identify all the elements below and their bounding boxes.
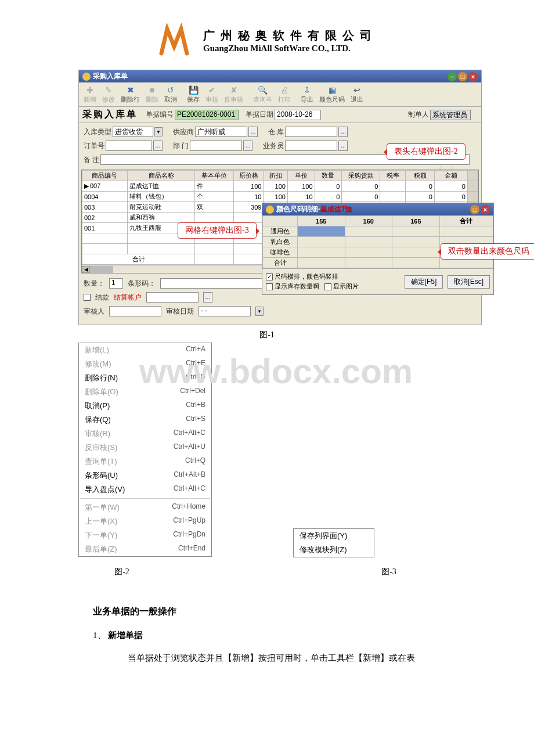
table-row[interactable]: 0004辅料（钱包）个10100100000 — [82, 192, 478, 202]
ctx-item[interactable]: 查询单(T)Ctrl+Q — [79, 455, 211, 469]
tb-export[interactable]: ⇩导出 — [298, 84, 316, 105]
tb-cancel[interactable]: ↺取消 — [162, 84, 179, 105]
supplier-lookup-button[interactable]: … — [248, 127, 258, 137]
col-tax[interactable]: 税额 — [406, 171, 434, 181]
doc-item1-para: 当单据处于浏览状态并且【新增】按扭可用时，单击工具栏【新增】或在表 — [128, 650, 464, 667]
chevron-down-icon[interactable]: ▼ — [154, 127, 163, 136]
search-icon: 🔍 — [258, 85, 268, 95]
tb-delrow[interactable]: ✖删除行 — [118, 84, 142, 105]
ctx-item[interactable]: 保存(Q)Ctrl+S — [79, 413, 211, 427]
tb-exit[interactable]: ↩退出 — [348, 84, 366, 105]
settle-acc-lookup-button[interactable]: … — [203, 292, 212, 303]
popup-close-button[interactable]: × — [481, 205, 490, 214]
tb-del[interactable]: ■删除 — [143, 84, 161, 105]
col-taxr[interactable]: 税率 — [380, 171, 406, 181]
settle-acc-field[interactable] — [146, 292, 199, 303]
ctx-item[interactable]: 条形码(U)Ctrl+Alt+B — [79, 469, 211, 483]
chk-size-horiz[interactable] — [266, 273, 273, 280]
table-row[interactable]: ▶007星成达T恤件1001001000000 — [82, 181, 478, 192]
popup-max-button[interactable]: □ — [470, 205, 479, 214]
ctx-item[interactable]: 删除单(O)Ctrl+Del — [79, 385, 211, 399]
audit-icon: ✔ — [207, 85, 217, 95]
sales-field[interactable] — [285, 141, 337, 151]
col-disc[interactable]: 折扣 — [264, 171, 287, 181]
colorsize-grid[interactable]: 155 160 165 合计 通用色 乳白色 咖啡色 合计 — [262, 215, 493, 268]
chevron-down-icon[interactable]: ▼ — [255, 307, 264, 316]
auditor-field — [109, 306, 161, 316]
ctx-item[interactable]: 第一单(W)Ctrl+Home — [79, 501, 211, 514]
order-field[interactable] — [106, 141, 152, 151]
billno-label: 单据编号 — [146, 110, 174, 120]
chk-show-stock[interactable] — [266, 283, 273, 290]
supplier-field[interactable]: 广州听威 — [195, 127, 247, 137]
tb-save[interactable]: 💾保存 — [185, 84, 202, 105]
company-name-en: GuangZhou MiAll SoftWare CO., LTD. — [203, 44, 377, 53]
size-col-0: 155 — [298, 216, 345, 226]
ctx-item[interactable]: 下一单(Y)Ctrl+PgDn — [79, 528, 211, 542]
col-orig[interactable]: 原价格 — [233, 171, 264, 181]
save-icon: 💾 — [188, 85, 199, 95]
col-name[interactable]: 商品名称 — [127, 171, 195, 181]
tb-audit[interactable]: ✔审核 — [203, 84, 221, 105]
chk-show-image[interactable] — [324, 283, 331, 290]
edit-icon: ✎ — [103, 85, 114, 95]
warehouse-lookup-button[interactable]: … — [338, 127, 348, 137]
billno-field: PE20081026-0001 — [175, 110, 239, 120]
figure-2-caption: 图-2 — [78, 567, 165, 577]
auditdate-field[interactable]: - - — [199, 306, 251, 316]
tb-colorsize[interactable]: ▦颜色尺码 — [317, 84, 347, 105]
size-col-2: 165 — [392, 216, 440, 226]
callout-dblclick-qty: 双击数量出来颜色尺码 — [441, 243, 534, 260]
qty-field[interactable]: 1 — [109, 278, 123, 289]
ctx-item[interactable]: 导入盘点(V)Ctrl+Alt+C — [79, 483, 211, 496]
popup-cancel-button[interactable]: 取消[Esc] — [448, 275, 490, 289]
ctx-item[interactable]: 上一单(X)Ctrl+PgUp — [79, 514, 211, 528]
ctx-item[interactable]: 反审核(S)Ctrl+Alt+U — [79, 441, 211, 455]
col-code[interactable]: 商品编号 — [82, 171, 128, 181]
ctx-item[interactable]: 删除行(N)Ctrl+D — [79, 371, 211, 385]
ctx-item[interactable]: 新增(L)Ctrl+A — [79, 343, 211, 357]
barcode-label: 条形码： — [128, 279, 156, 289]
col-amt[interactable]: 采购货款 — [342, 171, 380, 181]
tb-new[interactable]: ✚新增 — [81, 84, 99, 105]
delrow-icon: ✖ — [125, 85, 136, 95]
popup-ok-button[interactable]: 确定[F5] — [405, 275, 443, 289]
new-icon: ✚ — [85, 85, 95, 95]
form-title: 采购入库单 — [82, 109, 138, 121]
ctx-item[interactable]: 修改(M)Ctrl+E — [79, 357, 211, 371]
tb-print[interactable]: 🖨打印 — [276, 84, 293, 105]
close-button[interactable]: × — [468, 72, 478, 81]
scroll-left-icon[interactable]: ◀ — [82, 266, 90, 273]
ctx-item[interactable]: 保存列界面(Y) — [294, 529, 374, 543]
sales-lookup-button[interactable]: … — [338, 141, 348, 151]
scroll-thumb[interactable] — [90, 266, 113, 273]
billdate-field[interactable]: 2008-10-26 — [275, 110, 321, 120]
minimize-button[interactable]: – — [448, 72, 457, 81]
ctx-item[interactable]: 审核(R)Ctrl+Alt+C — [79, 427, 211, 441]
warehouse-field[interactable] — [285, 127, 337, 137]
maximize-button[interactable]: □ — [458, 72, 467, 81]
ctx-item[interactable]: 最后单(Z)Ctrl+End — [79, 542, 211, 556]
col-scroll — [467, 171, 478, 181]
col-qty[interactable]: 数量 — [315, 171, 342, 181]
dept-field[interactable] — [190, 141, 242, 151]
intype-select[interactable]: 进货收货 — [113, 127, 153, 137]
ctx-item[interactable]: 修改模块列(Z) — [294, 543, 374, 557]
col-unit[interactable]: 基本单位 — [195, 171, 233, 181]
ctx-item[interactable]: 取消(P)Ctrl+B — [79, 399, 211, 413]
tb-query[interactable]: 🔍查询单 — [251, 84, 275, 105]
col-price[interactable]: 单价 — [287, 171, 315, 181]
order-lookup-button[interactable]: … — [153, 141, 163, 151]
grid-header-row: 商品编号 商品名称 基本单位 原价格 折扣 单价 数量 采购货款 税率 税额 金… — [82, 171, 478, 181]
warehouse-label: 仓 库 — [268, 127, 284, 137]
callout-header-rightclick: 表头右键弹出图-2 — [387, 143, 466, 160]
barcode-field[interactable] — [160, 278, 276, 289]
auditor-label: 审核人 — [84, 307, 104, 316]
dept-lookup-button[interactable]: … — [243, 141, 252, 151]
purchase-in-window: 采购入库单 – □ × ✚新增 ✎修改 ✖删除行 ■删除 ↺取消 💾保存 ✔审核… — [78, 70, 482, 325]
tb-edit[interactable]: ✎修改 — [100, 84, 117, 105]
settle-checkbox[interactable] — [84, 294, 91, 301]
chk-show-image-label: 显示图片 — [333, 282, 359, 291]
col-total[interactable]: 金额 — [434, 171, 467, 181]
tb-unaudit[interactable]: ✘反审核 — [222, 84, 246, 105]
